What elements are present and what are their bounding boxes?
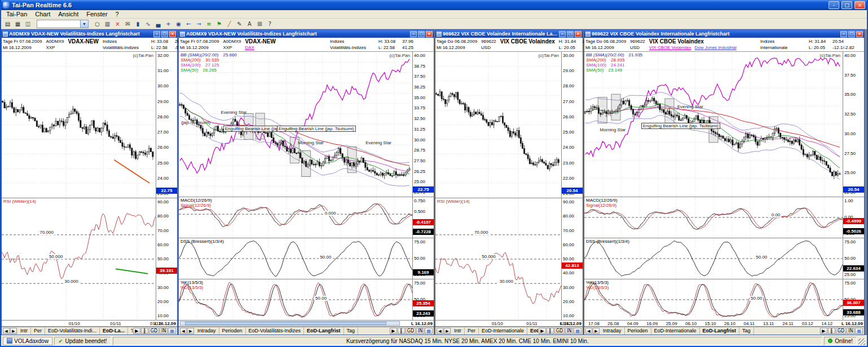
gd-button[interactable]: GD xyxy=(554,328,565,334)
chart-tab[interactable]: Tag xyxy=(128,327,133,335)
scroll-left-icon[interactable]: ◀ xyxy=(180,328,187,334)
close-button[interactable]: × xyxy=(856,31,863,37)
app-titlebar[interactable]: Tai-Pan Realtime 6.6 – □ × xyxy=(1,0,867,10)
chart-tab[interactable]: Per xyxy=(465,327,479,335)
in-button[interactable]: IN xyxy=(565,328,573,334)
scroll-right-icon[interactable]: ▶ xyxy=(10,328,17,334)
chart-tab[interactable]: Tag xyxy=(739,327,754,335)
chart-tab[interactable]: Perioden xyxy=(625,327,651,335)
close-button[interactable]: × xyxy=(575,31,581,37)
maximize-button[interactable]: □ xyxy=(567,31,574,37)
in-button[interactable]: IN xyxy=(847,328,854,334)
pencil-icon[interactable]: ✎ xyxy=(235,19,244,28)
candle-chart-icon[interactable]: ▮ xyxy=(133,19,143,28)
window-titlebar[interactable]: A0DMX9 VDAX-NEW Volatilitäts-Indizes Lan… xyxy=(2,30,177,38)
scroll-left-icon[interactable]: ◀ xyxy=(3,328,10,334)
help-icon[interactable]: ? xyxy=(265,19,275,28)
indicators-icon[interactable]: ≡ xyxy=(204,19,214,28)
minimize-button[interactable]: – xyxy=(559,31,566,37)
chart-tab[interactable]: Intr xyxy=(17,327,31,335)
pause-icon[interactable]: ‖ xyxy=(141,328,148,334)
calendar-icon[interactable]: ▦ xyxy=(168,328,176,334)
menu-item[interactable]: Ansicht xyxy=(54,11,82,17)
calendar-icon[interactable]: ▦ xyxy=(574,328,581,334)
compare-instrument[interactable]: VIX CBOE Volaindex xyxy=(649,45,691,50)
chart-tab[interactable]: EoD-Langfrist xyxy=(700,327,740,335)
scroll-left-icon[interactable]: ◀ xyxy=(585,328,592,334)
in-button[interactable]: IN xyxy=(160,328,168,334)
gd-button[interactable]: GD xyxy=(836,328,846,334)
new-chart-icon[interactable]: ▤ xyxy=(3,19,12,28)
window-titlebar[interactable]: 969622 VIX CBOE Volaindex Internationale… xyxy=(435,30,583,38)
resize-grip[interactable] xyxy=(858,339,865,345)
combo-dropdown-icon[interactable]: ▼ xyxy=(80,20,88,28)
print-icon[interactable]: ▥ xyxy=(103,19,112,28)
save-icon[interactable]: ◫ xyxy=(23,19,33,28)
stochastic-chart[interactable]: %K(13/5/3)%D(13/5/3) 50.00 xyxy=(179,279,412,320)
minimize-button[interactable]: – xyxy=(840,31,847,37)
dss-chart[interactable]: DSS (Bressert)(1/3/4) 50.00 xyxy=(584,238,843,279)
chart-tab[interactable]: Per xyxy=(31,327,45,335)
chart-tab[interactable]: Intraday xyxy=(600,327,625,335)
chart-tab[interactable]: EoD-Internationale xyxy=(651,327,700,335)
scroll-right-icon[interactable]: ▶ xyxy=(593,328,600,334)
macd-chart[interactable]: MACD(12/26/9)Signal(12/26/9) 0.000 xyxy=(179,197,412,238)
minimize-button[interactable]: – xyxy=(410,31,417,37)
horizontal-scrollbar[interactable] xyxy=(180,321,400,326)
in-button[interactable]: IN xyxy=(416,328,424,334)
maximize-button[interactable]: □ xyxy=(848,31,855,37)
crosshair-icon[interactable]: + xyxy=(164,19,173,28)
chart-tab[interactable]: Tag xyxy=(344,327,359,335)
arrow-right-icon[interactable]: → xyxy=(194,19,204,28)
workspace-tab[interactable]: VOLAdaxdow xyxy=(3,337,52,345)
play-icon[interactable]: ▶ xyxy=(820,328,827,334)
menu-item[interactable]: Tai-Pan xyxy=(2,11,31,17)
chart-tab[interactable]: Intr xyxy=(451,327,465,335)
delete-icon[interactable]: × xyxy=(113,19,122,28)
price-chart[interactable]: BB (SMA)(20/2.00)21.935SMA(200)28.935SMA… xyxy=(584,52,843,197)
gd-button[interactable]: GD xyxy=(406,328,416,334)
calendar-icon[interactable]: ▦ xyxy=(425,328,433,334)
maximize-button[interactable]: □ xyxy=(161,31,168,37)
search-icon[interactable]: ○ xyxy=(92,19,102,28)
menu-item[interactable]: Fenster xyxy=(82,11,111,17)
play-icon[interactable]: ▶ xyxy=(133,328,140,334)
text-tool-icon[interactable]: A xyxy=(245,19,254,28)
compare-instrument[interactable]: DAX xyxy=(245,45,254,50)
close-button[interactable]: × xyxy=(854,1,865,9)
gd-button[interactable]: GD xyxy=(149,328,159,334)
chart-tab[interactable]: EoL xyxy=(527,327,538,335)
play-icon[interactable]: ▶ xyxy=(539,328,546,334)
close-button[interactable]: × xyxy=(426,31,433,37)
grid-icon[interactable]: ⊞ xyxy=(255,19,265,28)
scrollbar-thumb[interactable] xyxy=(185,322,386,325)
symbol-input[interactable] xyxy=(37,20,80,28)
dss-chart[interactable]: DSS (Bressert)(1/3/4) 50.00 xyxy=(179,238,412,279)
chart-tab[interactable]: Perioden xyxy=(219,327,246,335)
price-chart[interactable]: BB (SMA)(20/2.00)25.660SMA(200)30.535SMA… xyxy=(179,52,412,197)
arrow-left-icon[interactable]: ← xyxy=(184,19,193,28)
chart-tab[interactable]: EoD-Langfrist xyxy=(304,327,344,335)
bar-chart-icon[interactable]: ▄ xyxy=(153,19,163,28)
close-button[interactable]: × xyxy=(169,31,176,37)
scroll-right-icon[interactable]: ▶ xyxy=(187,328,194,334)
minimize-button[interactable]: – xyxy=(153,31,160,37)
chart-tab[interactable]: EoD-Volatilitäts-Indi... xyxy=(45,327,100,335)
scroll-right-icon[interactable]: ▶ xyxy=(444,328,451,334)
maximize-button[interactable]: □ xyxy=(418,31,425,37)
menu-item[interactable]: Chart xyxy=(31,11,54,17)
pause-icon[interactable]: ‖ xyxy=(398,328,405,334)
price-chart[interactable] xyxy=(2,52,156,198)
chart-tab[interactable]: Intraday xyxy=(195,327,219,335)
chart-tab[interactable]: EoD-Volatilitäts-Indizes xyxy=(246,327,305,335)
zoom-icon[interactable]: ◉ xyxy=(174,19,183,28)
chart-tab[interactable]: EoD-Internationale xyxy=(479,327,527,335)
compare-instrument[interactable]: Dow Jones Industrial xyxy=(695,45,737,50)
scroll-left-icon[interactable]: ◀ xyxy=(437,328,443,334)
minimize-button[interactable]: – xyxy=(829,1,839,9)
window-titlebar[interactable]: A0DMX9 VDAX-NEW Volatilitäts-Indizes Lan… xyxy=(179,30,434,38)
price-chart[interactable] xyxy=(435,52,561,198)
flag-icon[interactable]: ⚑ xyxy=(214,19,224,28)
calendar-icon[interactable]: ▦ xyxy=(855,328,863,334)
macd-chart[interactable]: MACD(12/26/9)Signal(12/26/9) 0.00 xyxy=(584,197,843,238)
